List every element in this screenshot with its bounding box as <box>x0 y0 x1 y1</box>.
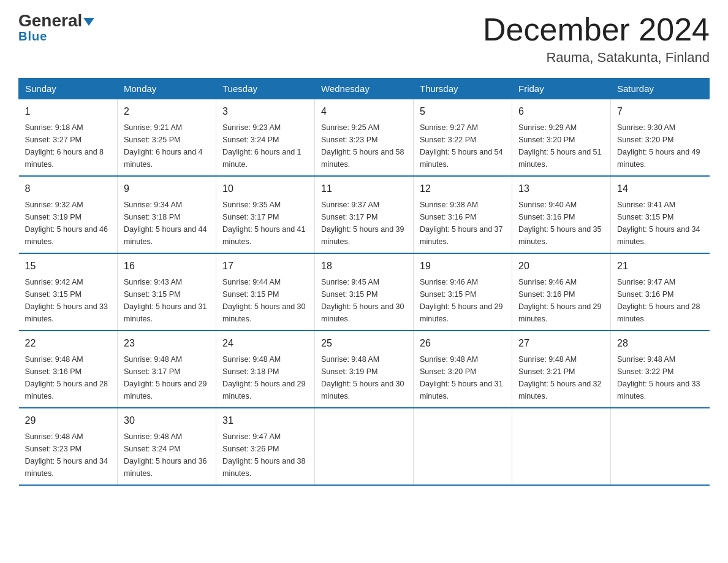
day-number: 2 <box>124 104 210 119</box>
logo: General Blue <box>18 12 94 44</box>
day-info: Sunrise: 9:29 AMSunset: 3:20 PMDaylight:… <box>518 123 602 169</box>
calendar-cell: 27Sunrise: 9:48 AMSunset: 3:21 PMDayligh… <box>512 331 611 408</box>
day-number: 20 <box>518 259 604 274</box>
day-number: 13 <box>518 182 604 196</box>
calendar-cell: 20Sunrise: 9:46 AMSunset: 3:16 PMDayligh… <box>512 253 611 331</box>
day-number: 1 <box>25 104 112 119</box>
day-info: Sunrise: 9:42 AMSunset: 3:15 PMDaylight:… <box>25 278 108 323</box>
calendar-cell: 3Sunrise: 9:23 AMSunset: 3:24 PMDaylight… <box>216 99 315 177</box>
calendar-cell <box>414 408 512 485</box>
day-info: Sunrise: 9:27 AMSunset: 3:22 PMDaylight:… <box>420 123 503 169</box>
day-number: 19 <box>420 259 506 274</box>
day-info: Sunrise: 9:40 AMSunset: 3:16 PMDaylight:… <box>518 201 602 246</box>
day-number: 18 <box>321 259 407 274</box>
day-number: 21 <box>617 259 703 274</box>
calendar-week-row: 15Sunrise: 9:42 AMSunset: 3:15 PMDayligh… <box>19 253 710 331</box>
day-number: 24 <box>222 336 308 351</box>
calendar-cell: 22Sunrise: 9:48 AMSunset: 3:16 PMDayligh… <box>19 331 118 408</box>
day-info: Sunrise: 9:34 AMSunset: 3:18 PMDaylight:… <box>124 201 207 246</box>
day-info: Sunrise: 9:25 AMSunset: 3:23 PMDaylight:… <box>321 123 404 169</box>
day-info: Sunrise: 9:47 AMSunset: 3:16 PMDaylight:… <box>617 278 700 323</box>
day-number: 22 <box>25 336 112 351</box>
calendar-cell: 11Sunrise: 9:37 AMSunset: 3:17 PMDayligh… <box>315 176 414 253</box>
day-info: Sunrise: 9:48 AMSunset: 3:16 PMDaylight:… <box>25 355 108 400</box>
calendar-cell: 29Sunrise: 9:48 AMSunset: 3:23 PMDayligh… <box>19 408 118 485</box>
calendar-week-row: 29Sunrise: 9:48 AMSunset: 3:23 PMDayligh… <box>19 408 710 485</box>
calendar-cell: 10Sunrise: 9:35 AMSunset: 3:17 PMDayligh… <box>216 176 315 253</box>
day-number: 12 <box>420 182 506 196</box>
calendar-cell <box>315 408 414 485</box>
day-info: Sunrise: 9:30 AMSunset: 3:20 PMDaylight:… <box>617 123 700 169</box>
day-number: 10 <box>222 182 308 196</box>
day-number: 26 <box>420 336 506 351</box>
calendar-cell: 2Sunrise: 9:21 AMSunset: 3:25 PMDaylight… <box>118 99 216 177</box>
title-area: December 2024 Rauma, Satakunta, Finland <box>483 12 710 66</box>
calendar-cell: 16Sunrise: 9:43 AMSunset: 3:15 PMDayligh… <box>118 253 216 331</box>
header-thursday: Thursday <box>414 79 512 99</box>
calendar-cell: 5Sunrise: 9:27 AMSunset: 3:22 PMDaylight… <box>414 99 512 177</box>
day-info: Sunrise: 9:41 AMSunset: 3:15 PMDaylight:… <box>617 201 700 246</box>
day-info: Sunrise: 9:48 AMSunset: 3:20 PMDaylight:… <box>420 355 503 400</box>
header-sunday: Sunday <box>19 79 118 99</box>
day-number: 27 <box>518 336 604 351</box>
calendar-cell: 21Sunrise: 9:47 AMSunset: 3:16 PMDayligh… <box>611 253 710 331</box>
day-info: Sunrise: 9:46 AMSunset: 3:16 PMDaylight:… <box>518 278 602 323</box>
day-number: 28 <box>617 336 703 351</box>
day-info: Sunrise: 9:38 AMSunset: 3:16 PMDaylight:… <box>420 201 503 246</box>
day-info: Sunrise: 9:44 AMSunset: 3:15 PMDaylight:… <box>222 278 306 323</box>
day-number: 9 <box>124 182 210 196</box>
day-info: Sunrise: 9:45 AMSunset: 3:15 PMDaylight:… <box>321 278 404 323</box>
calendar-cell: 9Sunrise: 9:34 AMSunset: 3:18 PMDaylight… <box>118 176 216 253</box>
day-info: Sunrise: 9:23 AMSunset: 3:24 PMDaylight:… <box>222 123 301 169</box>
calendar-cell: 13Sunrise: 9:40 AMSunset: 3:16 PMDayligh… <box>512 176 611 253</box>
header-wednesday: Wednesday <box>315 79 414 99</box>
calendar-title: December 2024 <box>483 12 710 47</box>
calendar-week-row: 1Sunrise: 9:18 AMSunset: 3:27 PMDaylight… <box>19 99 710 177</box>
calendar-cell <box>512 408 611 485</box>
calendar-week-row: 22Sunrise: 9:48 AMSunset: 3:16 PMDayligh… <box>19 331 710 408</box>
day-info: Sunrise: 9:48 AMSunset: 3:21 PMDaylight:… <box>518 355 602 400</box>
day-number: 8 <box>25 182 112 196</box>
day-info: Sunrise: 9:48 AMSunset: 3:18 PMDaylight:… <box>222 355 306 400</box>
day-info: Sunrise: 9:43 AMSunset: 3:15 PMDaylight:… <box>124 278 207 323</box>
day-number: 3 <box>222 104 308 119</box>
calendar-cell: 15Sunrise: 9:42 AMSunset: 3:15 PMDayligh… <box>19 253 118 331</box>
calendar-cell: 1Sunrise: 9:18 AMSunset: 3:27 PMDaylight… <box>19 99 118 177</box>
calendar-cell: 24Sunrise: 9:48 AMSunset: 3:18 PMDayligh… <box>216 331 315 408</box>
day-number: 31 <box>222 413 308 428</box>
calendar-cell: 30Sunrise: 9:48 AMSunset: 3:24 PMDayligh… <box>118 408 216 485</box>
logo-blue: Blue <box>18 29 47 44</box>
day-info: Sunrise: 9:18 AMSunset: 3:27 PMDaylight:… <box>25 123 104 169</box>
calendar-cell: 17Sunrise: 9:44 AMSunset: 3:15 PMDayligh… <box>216 253 315 331</box>
day-number: 11 <box>321 182 407 196</box>
day-info: Sunrise: 9:35 AMSunset: 3:17 PMDaylight:… <box>222 201 306 246</box>
day-info: Sunrise: 9:48 AMSunset: 3:24 PMDaylight:… <box>124 432 207 478</box>
calendar-header-row: Sunday Monday Tuesday Wednesday Thursday… <box>19 79 710 99</box>
header: General Blue December 2024 Rauma, Sataku… <box>18 12 710 66</box>
day-number: 5 <box>420 104 506 119</box>
day-number: 7 <box>617 104 703 119</box>
header-monday: Monday <box>118 79 216 99</box>
calendar-cell: 14Sunrise: 9:41 AMSunset: 3:15 PMDayligh… <box>611 176 710 253</box>
day-info: Sunrise: 9:48 AMSunset: 3:23 PMDaylight:… <box>25 432 108 478</box>
day-number: 14 <box>617 182 703 196</box>
calendar-week-row: 8Sunrise: 9:32 AMSunset: 3:19 PMDaylight… <box>19 176 710 253</box>
day-info: Sunrise: 9:32 AMSunset: 3:19 PMDaylight:… <box>25 201 108 246</box>
day-info: Sunrise: 9:37 AMSunset: 3:17 PMDaylight:… <box>321 201 404 246</box>
calendar-cell: 31Sunrise: 9:47 AMSunset: 3:26 PMDayligh… <box>216 408 315 485</box>
day-info: Sunrise: 9:48 AMSunset: 3:17 PMDaylight:… <box>124 355 207 400</box>
header-friday: Friday <box>512 79 611 99</box>
calendar-table: Sunday Monday Tuesday Wednesday Thursday… <box>18 78 710 486</box>
calendar-cell: 19Sunrise: 9:46 AMSunset: 3:15 PMDayligh… <box>414 253 512 331</box>
day-number: 29 <box>25 413 112 428</box>
calendar-cell: 18Sunrise: 9:45 AMSunset: 3:15 PMDayligh… <box>315 253 414 331</box>
calendar-cell: 26Sunrise: 9:48 AMSunset: 3:20 PMDayligh… <box>414 331 512 408</box>
day-info: Sunrise: 9:21 AMSunset: 3:25 PMDaylight:… <box>124 123 203 169</box>
calendar-subtitle: Rauma, Satakunta, Finland <box>483 50 710 66</box>
day-number: 15 <box>25 259 112 274</box>
day-number: 23 <box>124 336 210 351</box>
calendar-cell: 7Sunrise: 9:30 AMSunset: 3:20 PMDaylight… <box>611 99 710 177</box>
header-tuesday: Tuesday <box>216 79 315 99</box>
day-number: 4 <box>321 104 407 119</box>
calendar-cell: 28Sunrise: 9:48 AMSunset: 3:22 PMDayligh… <box>611 331 710 408</box>
